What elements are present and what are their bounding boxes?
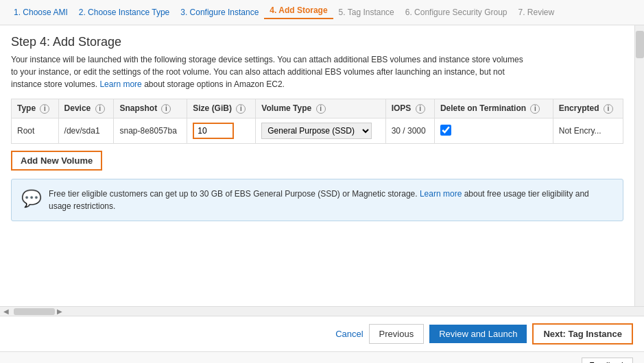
description-suffix: about storage options in Amazon EC2. <box>144 79 285 89</box>
col-encrypted: Encrypted i <box>553 99 623 118</box>
info-box-text: Free tier eligible customers can get up … <box>49 188 613 212</box>
wizard-step-tag-instance[interactable]: 5. Tag Instance <box>333 8 400 17</box>
review-and-launch-button[interactable]: Review and Launch <box>429 325 527 343</box>
cell-type: Root <box>12 118 59 144</box>
cell-snapshot: snap-8e8057ba <box>114 118 187 144</box>
info-text-part1: Free tier eligible customers can get up … <box>49 189 418 199</box>
vertical-scrollbar[interactable] <box>634 25 644 306</box>
table-row: Root /dev/sda1 snap-8e8057ba General Pur… <box>12 118 623 144</box>
feedback-button[interactable]: Feedback <box>582 358 633 363</box>
horizontal-scrollbar[interactable]: ◀ ▶ <box>0 306 644 316</box>
size-input[interactable] <box>193 123 234 139</box>
cell-device: /dev/sda1 <box>58 118 114 144</box>
cancel-button[interactable]: Cancel <box>335 329 363 339</box>
type-info-icon[interactable]: i <box>40 104 49 114</box>
volume-type-select[interactable]: General Purpose (SSD) Magnetic Provision… <box>261 123 372 139</box>
next-tag-instance-button[interactable]: Next: Tag Instance <box>532 323 633 345</box>
footer: © 2008 - 2015, Amazon Web Services, Inc.… <box>0 351 644 363</box>
encrypted-info-icon[interactable]: i <box>604 104 613 114</box>
wizard-step-review[interactable]: 7. Review <box>513 8 560 17</box>
col-volume-type: Volume Type i <box>256 99 385 118</box>
wizard-step-label: 2. Choose Instance Type <box>79 8 170 17</box>
col-device: Device i <box>58 99 114 118</box>
iops-info-icon[interactable]: i <box>416 104 425 114</box>
main-content: Step 4: Add Storage Your instance will b… <box>0 25 634 306</box>
page-title: Step 4: Add Storage <box>11 35 623 49</box>
wizard-step-choose-instance-type[interactable]: 2. Choose Instance Type <box>73 8 176 17</box>
scroll-right-arrow[interactable]: ▶ <box>55 308 64 315</box>
scroll-left-arrow[interactable]: ◀ <box>1 308 11 315</box>
wizard-step-label: 6. Configure Security Group <box>405 8 508 17</box>
cell-iops: 30 / 3000 <box>385 118 434 144</box>
volume-type-info-icon[interactable]: i <box>316 104 326 114</box>
col-size: Size (GiB) i <box>187 99 256 118</box>
wizard-navigation: 1. Choose AMI 2. Choose Instance Type 3.… <box>0 0 644 25</box>
action-bar: Cancel Previous Review and Launch Next: … <box>0 316 644 351</box>
snapshot-info-icon[interactable]: i <box>161 104 171 114</box>
previous-button[interactable]: Previous <box>369 324 425 344</box>
device-info-icon[interactable]: i <box>95 104 105 114</box>
wizard-step-configure-security-group[interactable]: 6. Configure Security Group <box>400 8 513 17</box>
info-bubble-icon: 💬 <box>21 186 42 211</box>
wizard-step-label: 7. Review <box>518 8 555 17</box>
add-new-volume-button[interactable]: Add New Volume <box>11 151 102 171</box>
free-tier-info-box: 💬 Free tier eligible customers can get u… <box>11 179 623 221</box>
page-description: Your instance will be launched with the … <box>11 53 623 90</box>
delete-termination-info-icon[interactable]: i <box>530 104 540 114</box>
wizard-step-choose-ami[interactable]: 1. Choose AMI <box>8 8 73 17</box>
h-scrollbar-thumb[interactable] <box>14 308 55 315</box>
wizard-step-add-storage[interactable]: 4. Add Storage <box>264 5 333 19</box>
wizard-step-configure-instance[interactable]: 3. Configure Instance <box>175 8 264 17</box>
col-type: Type i <box>12 99 59 118</box>
cell-volume-type: General Purpose (SSD) Magnetic Provision… <box>256 118 385 144</box>
col-delete-on-termination: Delete on Termination i <box>434 99 553 118</box>
wizard-step-label: 5. Tag Instance <box>339 8 394 17</box>
wizard-step-label: 1. Choose AMI <box>14 8 68 17</box>
col-snapshot: Snapshot i <box>114 99 187 118</box>
info-learn-more-link[interactable]: Learn more <box>420 189 462 199</box>
description-line1: Your instance will be launched with the … <box>11 55 523 64</box>
cell-size <box>187 118 256 144</box>
size-info-icon[interactable]: i <box>236 104 246 114</box>
storage-table: Type i Device i Snapshot i Size (GiB) i <box>11 99 623 144</box>
cell-encrypted: Not Encry... <box>553 118 623 144</box>
description-line3: instance store volumes. <box>11 79 97 89</box>
delete-on-termination-checkbox[interactable] <box>440 125 451 136</box>
col-iops: IOPS i <box>385 99 434 118</box>
wizard-step-label: 4. Add Storage <box>270 5 327 15</box>
learn-more-link[interactable]: Learn more <box>99 79 141 89</box>
description-line2: to your instance, or edit the settings o… <box>11 67 505 77</box>
cell-delete-on-termination <box>434 118 553 144</box>
wizard-step-label: 3. Configure Instance <box>180 8 259 17</box>
scrollbar-thumb[interactable] <box>636 31 644 58</box>
